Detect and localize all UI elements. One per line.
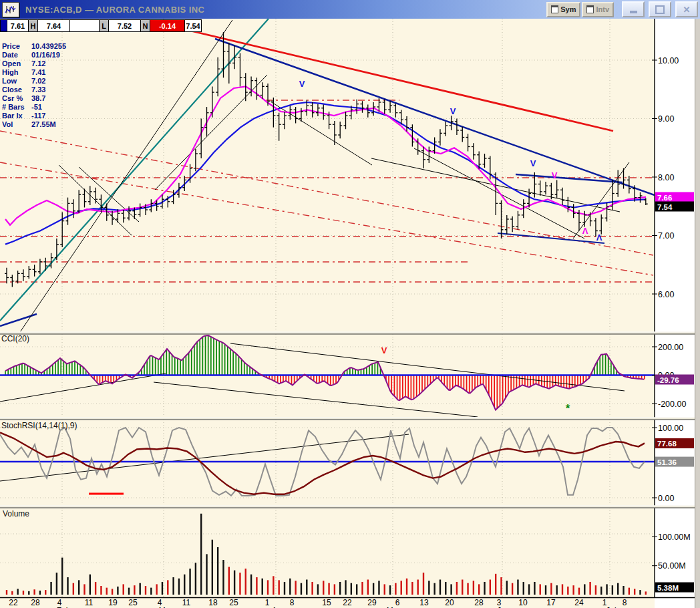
symbol-button[interactable]: Sym	[546, 2, 580, 17]
last-price-swatch	[1, 20, 7, 31]
window-title: NYSE:ACB,D — AURORA CANNABIS INC	[25, 5, 546, 15]
svg-text:24: 24	[574, 598, 584, 607]
chart-canvas[interactable]: VVVVΛΛV*10.009.008.007.006.00200.000.00-…	[0, 0, 700, 608]
svg-text:77.68: 77.68	[657, 440, 677, 448]
svg-text:-29.76: -29.76	[657, 376, 679, 384]
svg-text:22: 22	[9, 598, 18, 607]
low-label: L	[100, 20, 109, 31]
cursor-info-panel: Price10.439255Date01/16/19Open7.12High7.…	[2, 42, 66, 129]
svg-text:7.00: 7.00	[658, 231, 674, 241]
info-row: Vol27.55M	[2, 120, 66, 129]
svg-text:6.00: 6.00	[658, 290, 674, 299]
info-row: Csr %38.7	[2, 94, 66, 103]
symbol-button-label: Sym	[560, 5, 576, 13]
svg-text:29: 29	[367, 598, 377, 607]
svg-text:20: 20	[445, 598, 454, 607]
svg-text:11: 11	[85, 598, 94, 607]
volume-panel-label: Volume	[3, 509, 29, 518]
net-change: -0.14	[150, 20, 185, 31]
close-icon: ✕	[683, 5, 691, 14]
window-glyph-icon	[586, 5, 594, 13]
svg-text:100.00: 100.00	[658, 424, 683, 433]
info-row: Close7.33	[2, 86, 66, 94]
chart-window: VVVVΛΛV*10.009.008.007.006.00200.000.00-…	[0, 0, 700, 608]
axis-value-box: 51.36	[655, 457, 694, 467]
svg-text:100.00M: 100.00M	[658, 533, 691, 542]
svg-text:11: 11	[182, 598, 191, 607]
minimize-icon	[630, 11, 637, 13]
maximize-icon	[655, 5, 665, 14]
svg-text:9.00: 9.00	[658, 114, 674, 124]
svg-text:28: 28	[31, 598, 40, 607]
info-row: Price10.439255	[2, 42, 66, 51]
quote-spacer	[70, 20, 100, 31]
info-row: Open7.12	[2, 59, 66, 68]
svg-text:8: 8	[623, 598, 627, 607]
svg-text:1: 1	[265, 598, 270, 607]
close-button[interactable]: ✕	[675, 1, 698, 17]
svg-text:Λ: Λ	[582, 226, 588, 236]
svg-text:200.00: 200.00	[658, 343, 683, 352]
svg-text:17: 17	[546, 598, 556, 607]
chart-glyph	[5, 5, 17, 15]
svg-text:7.66: 7.66	[657, 194, 672, 202]
svg-text:22: 22	[343, 598, 352, 607]
svg-text:13: 13	[419, 598, 429, 607]
window-glyph-icon	[551, 5, 558, 13]
svg-text:10.00: 10.00	[658, 56, 679, 65]
axis-value-box: 7.66	[655, 192, 694, 202]
interval-button[interactable]: Intv	[582, 2, 614, 17]
last-price: 7.61	[7, 20, 29, 31]
svg-text:8: 8	[290, 598, 295, 607]
svg-text:25: 25	[128, 598, 138, 607]
svg-text:5.38M: 5.38M	[657, 584, 679, 592]
close-value: 7.54	[185, 20, 201, 31]
svg-text:15: 15	[322, 598, 331, 607]
svg-text:V: V	[450, 106, 456, 116]
axis-value-box: 5.38M	[655, 583, 694, 593]
app-icon	[2, 2, 19, 17]
axis-value-box: -29.76	[655, 375, 694, 385]
svg-text:V: V	[299, 79, 305, 89]
svg-text:Λ: Λ	[596, 233, 602, 243]
svg-text:V: V	[381, 345, 387, 355]
svg-text:-200.00: -200.00	[658, 400, 686, 409]
svg-text:25: 25	[229, 598, 238, 607]
info-row: # Bars-51	[2, 103, 66, 112]
axis-value-box: 77.68	[655, 438, 694, 448]
svg-text:19: 19	[108, 598, 118, 607]
high-label: H	[29, 20, 38, 31]
minimize-button[interactable]	[622, 1, 645, 17]
high-value: 7.64	[38, 20, 70, 31]
svg-text:18: 18	[208, 598, 218, 607]
svg-text:V: V	[530, 158, 536, 168]
axis-value-box: 7.54	[655, 202, 694, 212]
svg-text:V: V	[552, 170, 558, 180]
svg-text:*: *	[566, 402, 570, 415]
svg-text:0.00: 0.00	[658, 494, 674, 503]
info-row: Low7.02	[2, 77, 66, 86]
svg-text:28: 28	[474, 598, 484, 607]
svg-text:7.54: 7.54	[657, 203, 673, 211]
maximize-button[interactable]	[649, 1, 671, 17]
svg-text:51.36: 51.36	[657, 458, 677, 466]
low-value: 7.52	[109, 20, 141, 31]
info-row: High7.41	[2, 68, 66, 77]
stochrsi-panel-label: StochRSI(14,14(1),9)	[1, 421, 77, 430]
cci-panel-label: CCI(20)	[1, 334, 29, 343]
title-bar: NYSE:ACB,D — AURORA CANNABIS INC Sym Int…	[0, 0, 700, 19]
quote-bar: 7.61 H 7.64 L 7.52 N -0.14 7.54	[0, 19, 202, 32]
svg-text:10: 10	[518, 598, 528, 607]
right-axis: 10.009.008.007.006.00200.000.00-200.0010…	[652, 19, 700, 608]
svg-text:8.00: 8.00	[658, 173, 674, 182]
svg-text:50.00M: 50.00M	[658, 561, 686, 571]
interval-button-label: Intv	[596, 5, 609, 13]
net-label: N	[141, 20, 150, 31]
info-row: Date01/16/19	[2, 51, 66, 59]
info-row: Bar Ix-117	[2, 112, 66, 120]
